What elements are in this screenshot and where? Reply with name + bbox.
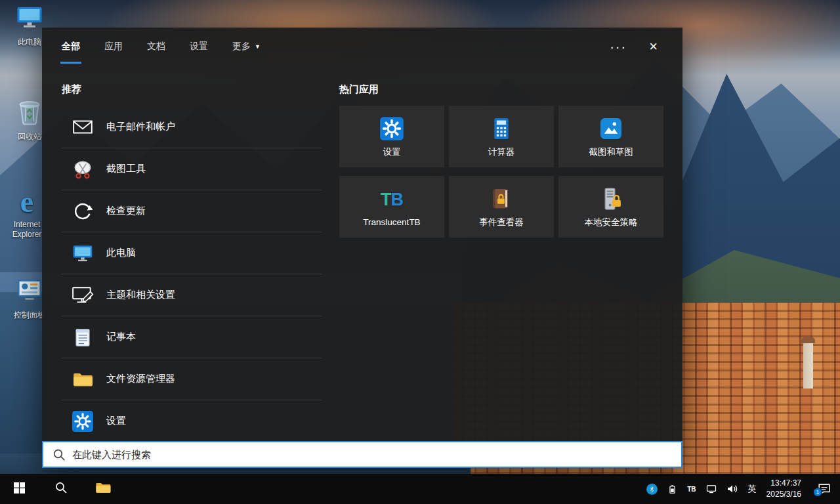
search-icon: [54, 481, 68, 497]
notification-badge: 1: [813, 488, 822, 497]
wallpaper-church-tower: [803, 343, 813, 388]
recommended-item-check-updates[interactable]: 检查更新: [62, 190, 322, 232]
recycle-bin-icon: [14, 96, 45, 129]
recommended-item-snipping-tool[interactable]: 截图工具: [62, 148, 322, 190]
top-apps-section: 热门应用 设置: [339, 83, 663, 442]
tab-documents[interactable]: 文档: [147, 28, 165, 66]
local-security-policy-icon: [598, 186, 623, 212]
notepad-icon: [68, 326, 97, 348]
this-pc-icon: [68, 242, 97, 264]
tile-settings[interactable]: 设置: [339, 106, 444, 167]
bluetooth-icon[interactable]: [646, 484, 658, 495]
snip-sketch-icon: [598, 116, 623, 142]
desktop-icon-label: 控制面板: [14, 310, 45, 320]
calculator-icon: [489, 116, 514, 142]
volume-icon[interactable]: [726, 484, 738, 494]
tab-settings[interactable]: 设置: [190, 28, 208, 66]
close-button[interactable]: ×: [649, 39, 658, 54]
top-apps-header: 热门应用: [339, 83, 663, 96]
battery-icon[interactable]: [667, 484, 677, 494]
start-button[interactable]: [4, 474, 34, 504]
themes-icon: [68, 284, 97, 306]
search-tabs-row: 全部 应用 文档 设置 更多 ▼ ··· ×: [42, 28, 682, 66]
internet-explorer-icon: e: [20, 188, 33, 217]
desktop-icon-label: 回收站: [18, 132, 41, 142]
recommended-section: 推荐 电子邮件和帐户 截图工: [62, 83, 322, 442]
tile-calculator[interactable]: 计算器: [449, 106, 554, 167]
translucenttb-icon: TB: [381, 186, 403, 213]
control-panel-icon: [15, 276, 44, 307]
mail-icon: [68, 116, 97, 138]
display-tray-icon[interactable]: [706, 484, 717, 494]
taskbar: TB 英 13:47:37 2025/3/16 1: [0, 474, 840, 504]
tab-all[interactable]: 全部: [62, 28, 80, 66]
recommended-item-this-pc[interactable]: 此电脑: [62, 232, 322, 274]
clock-time: 13:47:37: [766, 478, 801, 489]
tile-local-security-policy[interactable]: 本地安全策略: [558, 176, 663, 238]
recommended-item-file-explorer[interactable]: 文件资源管理器: [62, 358, 322, 400]
more-options-button[interactable]: ···: [610, 40, 627, 53]
action-center-button[interactable]: 1: [818, 483, 831, 495]
settings-gear-icon: [379, 116, 404, 142]
desktop-icon-label: 此电脑: [18, 37, 41, 47]
translucenttb-tray-icon[interactable]: TB: [687, 486, 696, 493]
tab-apps[interactable]: 应用: [104, 28, 123, 66]
tile-event-viewer[interactable]: 事件查看器: [449, 176, 554, 238]
input-language-indicator[interactable]: 英: [748, 483, 757, 495]
snipping-tool-icon: [68, 158, 97, 180]
system-tray: TB 英 13:47:37 2025/3/16 1: [646, 478, 840, 501]
check-updates-icon: [68, 200, 97, 222]
this-pc-icon: [15, 3, 44, 34]
tile-snip-sketch[interactable]: 截图和草图: [558, 106, 663, 167]
chevron-down-icon: ▼: [255, 43, 261, 50]
search-box[interactable]: [42, 441, 682, 468]
recommended-header: 推荐: [62, 83, 322, 96]
taskbar-file-explorer-button[interactable]: [88, 474, 118, 504]
tile-translucenttb[interactable]: TB TranslucentTB: [339, 176, 444, 238]
taskbar-clock[interactable]: 13:47:37 2025/3/16: [766, 478, 801, 501]
search-input[interactable]: [72, 449, 681, 460]
search-panel: 全部 应用 文档 设置 更多 ▼ ··· × 推荐 电子邮件和帐户: [42, 28, 682, 468]
recommended-item-notepad[interactable]: 记事本: [62, 316, 322, 358]
recommended-item-email[interactable]: 电子邮件和帐户: [62, 106, 322, 148]
recommended-item-settings[interactable]: 设置: [62, 400, 322, 442]
recommended-item-themes[interactable]: 主题和相关设置: [62, 274, 322, 316]
tab-more[interactable]: 更多 ▼: [232, 28, 261, 66]
file-explorer-icon: [94, 479, 112, 499]
settings-icon: [68, 410, 97, 432]
event-viewer-icon: [489, 186, 514, 212]
clock-date: 2025/3/16: [766, 489, 801, 500]
file-explorer-icon: [68, 368, 97, 390]
taskbar-search-button[interactable]: [46, 474, 76, 504]
search-icon: [52, 448, 66, 461]
windows-logo-icon: [14, 482, 25, 496]
